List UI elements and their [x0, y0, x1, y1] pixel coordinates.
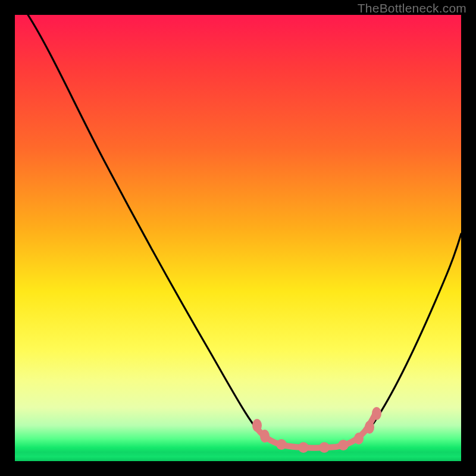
svg-point-0 [252, 419, 262, 432]
svg-point-4 [319, 442, 330, 453]
svg-point-6 [354, 433, 364, 444]
bottleneck-curve [28, 15, 461, 447]
svg-point-8 [372, 407, 381, 420]
watermark-text: TheBottleneck.com [358, 1, 466, 15]
plot-area [15, 15, 461, 461]
svg-point-3 [298, 442, 309, 453]
svg-point-1 [260, 430, 270, 443]
svg-point-5 [338, 440, 349, 450]
curve-layer [15, 15, 461, 461]
chart-frame: TheBottleneck.com [0, 0, 476, 476]
svg-point-2 [276, 439, 287, 450]
svg-point-7 [365, 421, 374, 434]
